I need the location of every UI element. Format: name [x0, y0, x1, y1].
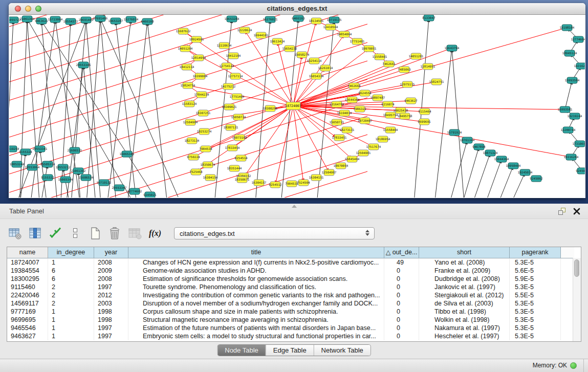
graph-node[interactable]: 16065344 — [58, 177, 73, 183]
graph-edge[interactable] — [276, 106, 293, 181]
graph-node[interactable]: 10319254 — [9, 146, 19, 152]
graph-node[interactable]: 18350674 — [201, 162, 215, 168]
graph-edge[interactable] — [485, 163, 500, 198]
import-table-icon[interactable] — [127, 225, 143, 242]
graph-edge[interactable] — [127, 26, 147, 198]
graph-node[interactable]: 12774604 — [571, 36, 585, 42]
graph-node[interactable]: 7462661 — [382, 61, 396, 67]
select-all-check-icon[interactable] — [47, 225, 63, 242]
graph-node[interactable]: 12757114 — [228, 73, 243, 79]
graph-node[interactable]: 14051204 — [178, 46, 193, 52]
graph-node[interactable]: 16643794 — [445, 45, 460, 51]
graph-node[interactable]: 10807487 — [371, 95, 385, 101]
network-view[interactable]: 1605572321061394946362115723064105543722… — [9, 15, 585, 198]
column-header-pagerank[interactable]: pagerank — [510, 247, 561, 258]
graph-node[interactable]: 16791924 — [447, 129, 462, 136]
graph-node[interactable]: 16304151 — [309, 174, 324, 181]
graph-edge[interactable] — [462, 151, 478, 198]
graph-edge[interactable] — [40, 168, 47, 198]
zoom-button[interactable] — [35, 6, 41, 12]
graph-node[interactable]: 15276021 — [263, 16, 278, 23]
graph-edge[interactable] — [278, 46, 293, 106]
graph-node[interactable]: 15044364 — [494, 156, 509, 162]
graph-edge[interactable] — [9, 24, 13, 198]
column-header-year[interactable]: year — [94, 247, 128, 258]
graph-edge[interactable] — [498, 169, 512, 198]
graph-node[interactable]: 12504907 — [322, 169, 337, 176]
graph-edge[interactable] — [452, 52, 465, 198]
graph-node[interactable]: 18761344 — [460, 137, 475, 143]
graph-edge[interactable] — [247, 34, 293, 106]
graph-edge[interactable] — [565, 84, 571, 110]
graph-node[interactable]: 21061392 — [71, 168, 86, 174]
graph-node[interactable]: 7524504 — [297, 180, 310, 186]
table-row[interactable]: 1938455462009Genome-wide association stu… — [7, 267, 581, 275]
tab-edge-table[interactable]: Edge Table — [266, 345, 314, 356]
graph-node[interactable]: 19553064 — [25, 164, 40, 170]
graph-node[interactable]: 20553341 — [33, 146, 48, 152]
graph-edge[interactable] — [434, 52, 451, 198]
graph-node[interactable]: 7986322 — [353, 106, 366, 112]
graph-node[interactable]: 15058274 — [295, 52, 310, 58]
graph-node[interactable]: 10970054 — [334, 163, 349, 169]
network-window-titlebar[interactable]: citations_edges.txt — [9, 3, 585, 15]
graph-node[interactable]: 18300295 — [263, 105, 278, 112]
graph-node[interactable]: 18945124 — [562, 50, 577, 56]
graph-node[interactable]: 17751401 — [350, 38, 365, 45]
graph-node[interactable]: 17833454 — [225, 145, 240, 151]
graph-node[interactable]: 18412114 — [180, 64, 194, 70]
graph-node[interactable]: 12504904 — [183, 119, 198, 125]
graph-node[interactable]: 19613424 — [270, 38, 285, 45]
graph-node[interactable]: 18924501 — [189, 36, 204, 42]
graph-node[interactable]: 10958404 — [506, 163, 521, 169]
graph-node[interactable]: 12774602 — [127, 188, 142, 194]
graph-node[interactable]: 15050734 — [231, 114, 246, 120]
show-column-icon[interactable] — [27, 225, 43, 242]
graph-node[interactable]: 15824754 — [181, 82, 195, 89]
graph-node[interactable]: 10719132 — [97, 180, 112, 186]
graph-node[interactable]: 12410564 — [323, 24, 338, 30]
graph-edge[interactable] — [9, 15, 367, 92]
graph-node[interactable]: 7904534 — [199, 146, 212, 152]
graph-node[interactable]: 15993581 — [558, 106, 573, 113]
graph-edge[interactable] — [42, 25, 58, 198]
graph-node[interactable]: 9463627 — [404, 98, 418, 104]
graph-node[interactable]: 20691403 — [79, 17, 94, 23]
graph-node[interactable]: 18273134 — [185, 138, 200, 144]
graph-node[interactable]: 9624554 — [358, 90, 372, 96]
graph-node[interactable]: 10853244 — [10, 161, 25, 167]
close-panel-icon[interactable] — [573, 207, 581, 215]
graph-node[interactable]: 10553212 — [56, 164, 71, 170]
graph-node[interactable]: 18186954 — [376, 136, 390, 142]
column-header-short[interactable]: short — [419, 247, 510, 258]
graph-node[interactable]: 15993584 — [565, 77, 580, 83]
graph-node[interactable]: 16194014 — [337, 110, 352, 116]
graph-node[interactable]: 10970051 — [362, 46, 377, 52]
graph-node[interactable]: 15198104 — [560, 25, 575, 31]
graph-node[interactable]: 18307131 — [224, 124, 238, 130]
graph-edge[interactable] — [293, 65, 385, 106]
float-panel-icon[interactable] — [558, 207, 566, 215]
graph-node[interactable]: 12814951 — [421, 63, 435, 70]
graph-node[interactable]: 18412104 — [226, 53, 241, 59]
graph-node[interactable]: 13644364 — [345, 97, 360, 103]
graph-edge[interactable] — [60, 26, 71, 198]
graph-node[interactable]: 17751404 — [230, 94, 245, 100]
graph-node[interactable]: 7462664 — [347, 83, 361, 89]
table-row[interactable]: 1872400712008Changes of HCN gene express… — [7, 258, 581, 267]
graph-node[interactable]: 18350671 — [235, 177, 250, 183]
graph-node[interactable]: 12504901 — [356, 150, 371, 156]
graph-node[interactable]: 10253274 — [197, 128, 212, 135]
graph-node[interactable]: 11607622 — [176, 28, 191, 34]
graph-node[interactable]: 9115464 — [418, 108, 431, 115]
column-header-in_degree[interactable]: in_degree — [48, 247, 94, 258]
graph-node[interactable]: 15845404 — [345, 156, 360, 162]
graph-node[interactable]: 21606531 — [68, 147, 82, 154]
column-header-filler[interactable] — [561, 247, 574, 258]
table-row[interactable]: 977716911998Corpus callosum shape and si… — [7, 308, 581, 316]
graph-edge[interactable] — [293, 106, 567, 157]
graph-node[interactable]: 10720407 — [358, 118, 373, 124]
graph-node[interactable]: 12754124 — [220, 63, 234, 69]
graph-node[interactable]: 20553346 — [76, 62, 91, 68]
graph-node[interactable]: 15723064 — [48, 16, 63, 23]
